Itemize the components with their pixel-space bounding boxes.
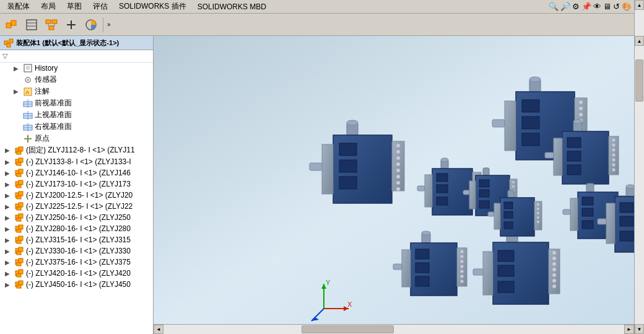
tree-item-comp13[interactable]: ▶ (-) ZLYJ450-16- I <1> (ZLYJ450 [0,279,153,290]
svg-point-121 [612,144,616,147]
svg-point-168 [461,265,464,268]
tree-area[interactable]: ▶ History 传感器 ▶ A 注解 前视基准面 上视基准面 [0,63,153,334]
tree-expand-comp8[interactable]: ▶ [5,226,14,232]
svg-rect-187 [473,269,483,275]
tree-item-origin[interactable]: 原点 [0,133,153,144]
tree-expand-comp5[interactable]: ▶ [5,192,14,199]
tree-icon-comp7 [14,213,25,222]
search-icon[interactable]: 🔍 [549,2,559,11]
vp-scroll-up[interactable]: ▲ [635,36,644,46]
svg-rect-175 [483,252,493,295]
viewport-scrollbar-h[interactable]: ◄ ► [154,324,634,334]
svg-point-226 [537,208,539,210]
tree-item-comp7[interactable]: ▶ (-) ZLYJ250-16- I <1> (ZLYJ250 [0,212,153,223]
tree-item-comp9[interactable]: ▶ (-) ZLYJ315-16- I <1> (ZLYJ315 [0,234,153,245]
toolbar-btn-grid[interactable] [22,15,41,34]
svg-point-185 [552,279,556,283]
tree-item-sensor[interactable]: 传感器 [0,74,153,86]
vp-scroll-thumb[interactable] [635,59,643,101]
tree-expand-comp13[interactable]: ▶ [5,281,14,288]
toolbar-btn-assembly[interactable] [2,15,21,34]
svg-rect-208 [620,231,633,241]
viewport[interactable]: Y X ▲ ▼ ◄ ► [154,36,644,334]
svg-point-169 [461,270,464,273]
vp-scroll-down[interactable]: ▼ [635,324,644,334]
scene-svg: Y X [154,36,644,334]
svg-rect-217 [598,219,606,224]
menu-sw-mbd[interactable]: SOLIDWORKS MBD [193,1,271,12]
menu-assembly[interactable]: 装配体 [2,0,35,13]
tree-item-comp2[interactable]: ▶ (-) ZLYJ133-8- I <1> (ZLYJ133-I [0,156,153,167]
pin-icon[interactable]: 📌 [581,2,591,11]
toolbar-expand-btn[interactable]: » [106,20,112,29]
tree-item-comp4[interactable]: ▶ (-) ZLYJ173-10- I <1> (ZLYJ173 [0,178,153,190]
vp-scroll-right[interactable]: ► [624,325,634,334]
tree-item-comp3[interactable]: ▶ (-) ZLYJ146-10- I <1> (ZLYJ146 [0,167,153,178]
search2-icon[interactable]: 🔎 [560,2,570,11]
tree-item-note[interactable]: ▶ A 注解 [0,86,153,97]
menu-layout[interactable]: 布局 [36,0,61,13]
svg-point-88 [396,156,400,160]
menu-sketch[interactable]: 草图 [62,0,87,13]
toolbar-btn-pie[interactable] [82,15,100,34]
svg-rect-177 [498,265,514,276]
view-icon[interactable]: 👁 [593,2,601,11]
svg-rect-133 [437,185,448,193]
tree-expand-comp10[interactable]: ▶ [5,248,14,255]
tree-icon-comp4 [14,179,25,189]
rotate-icon[interactable]: ↺ [613,2,620,11]
svg-rect-115 [554,138,562,175]
svg-point-96 [529,77,541,82]
menu-evaluate[interactable]: 评估 [88,0,113,13]
tree-expand-comp9[interactable]: ▶ [5,237,14,244]
tree-item-comp1[interactable]: ▶ (固定) ZLYJ112-8- I <1> (ZLYJ11 [0,144,153,156]
svg-rect-8 [49,26,54,30]
svg-point-122 [612,149,616,152]
tree-expand-comp3[interactable]: ▶ [5,170,14,177]
tree-item-history[interactable]: ▶ History [0,63,153,74]
tree-label-top-plane: 上视基准面 [35,110,72,120]
toolbar-btn-tree[interactable] [42,15,61,34]
options-icon[interactable]: ⚙ [572,2,580,11]
vp-scroll-left[interactable]: ◄ [154,325,163,334]
tree-item-comp11[interactable]: ▶ (-) ZLYJ375-16- I <1> (ZLYJ375 [0,257,153,268]
tree-expand-comp4[interactable]: ▶ [5,181,14,188]
svg-point-89 [396,162,400,166]
tree-item-comp10[interactable]: ▶ (-) ZLYJ330-16- I <1> (ZLYJ330 [0,245,153,257]
color-icon[interactable]: 🎨 [622,2,632,11]
tree-label-origin: 原点 [35,133,50,144]
svg-rect-1 [11,20,16,25]
vp-hscroll-track[interactable] [163,325,624,334]
vp-scroll-track[interactable] [635,46,644,324]
tree-item-front-plane[interactable]: 前视基准面 [0,97,153,109]
tree-expand-comp1[interactable]: ▶ [5,147,14,154]
tree-icon-comp12 [14,268,25,278]
menu-sw-plugin[interactable]: SOLIDWORKS 插件 [114,0,191,13]
tree-item-comp8[interactable]: ▶ (-) ZLYJ280-16- I <1> (ZLYJ280 [0,223,153,234]
svg-rect-69 [19,258,23,263]
tree-expand-comp2[interactable]: ▶ [5,159,14,165]
tree-item-right-plane[interactable]: 右视基准面 [0,121,153,133]
tree-expand-comp7[interactable]: ▶ [5,214,14,221]
display-icon[interactable]: 🖥 [603,2,611,11]
viewport-scrollbar-v[interactable]: ▲ ▼ [634,36,644,334]
svg-point-103 [579,100,583,104]
vp-hscroll-thumb[interactable] [302,325,394,333]
svg-point-93 [396,187,400,191]
svg-rect-52 [17,196,21,199]
toolbar-btn-plus[interactable] [62,15,80,34]
tree-expand-note[interactable]: ▶ [14,88,22,95]
tree-item-comp5[interactable]: ▶ (-) ZLYJ200-12.5- I <1> (ZLYJ20 [0,190,153,201]
tree-expand-comp6[interactable]: ▶ [5,203,14,210]
svg-point-87 [396,150,400,154]
main-layout: 装配体1 (默认<默认_显示状态-1>) ▽ ▶ History 传感器 ▶ A… [0,36,644,334]
svg-point-126 [612,169,616,172]
tree-item-comp6[interactable]: ▶ (-) ZLYJ225-12.5- I <1> (ZLYJ22 [0,201,153,212]
tree-expand-comp12[interactable]: ▶ [5,270,14,277]
tree-item-comp12[interactable]: ▶ (-) ZLYJ420-16- I <1> (ZLYJ420 [0,268,153,279]
svg-rect-191 [582,197,593,205]
svg-rect-83 [339,160,357,172]
tree-expand-history[interactable]: ▶ [14,65,22,72]
tree-expand-comp11[interactable]: ▶ [5,259,14,266]
tree-item-top-plane[interactable]: 上视基准面 [0,109,153,121]
